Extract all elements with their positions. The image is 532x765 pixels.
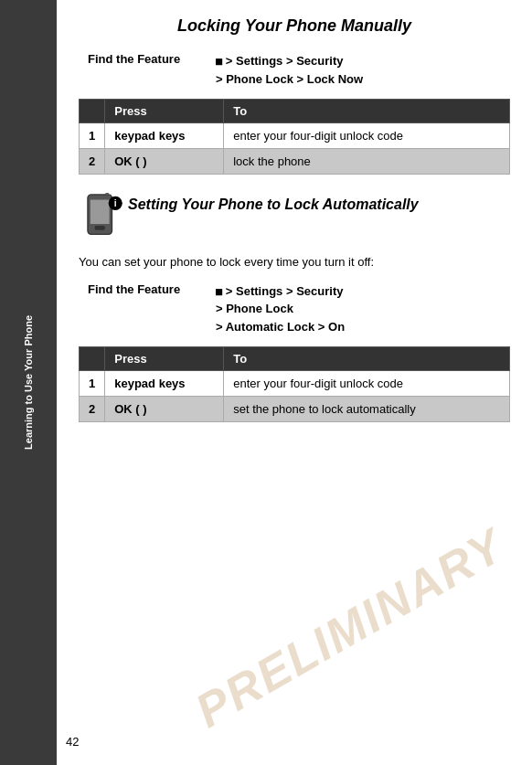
find-feature-path-2: ■ > Settings > Security > Phone Lock > A… xyxy=(216,282,345,336)
to-item: set the phone to lock automatically xyxy=(224,397,510,422)
press-item: OK ( ) xyxy=(105,397,224,422)
svg-text:i: i xyxy=(114,198,117,208)
press-table-1: Press To 1 keypad keys enter your four-d… xyxy=(79,99,510,175)
sidebar-label: Learning to Use Your Phone xyxy=(22,315,35,450)
table-row: 2 OK ( ) lock the phone xyxy=(80,149,510,175)
table-row: 2 OK ( ) set the phone to lock automatic… xyxy=(80,397,510,422)
phone-info-icon: i xyxy=(83,193,123,240)
info-heading: Setting Your Phone to Lock Automatically xyxy=(128,189,419,215)
table1-header-to: To xyxy=(224,100,510,123)
info-icon-wrap: i xyxy=(79,189,128,244)
watermark: PRELIMINARY xyxy=(186,517,513,738)
find-feature-label-2: Find the Feature xyxy=(88,282,216,296)
page-number: 42 xyxy=(66,735,79,749)
find-feature-block-1: Find the Feature ■ > Settings > Security… xyxy=(88,52,510,88)
to-item: enter your four-digit unlock code xyxy=(224,123,510,149)
row-num: 2 xyxy=(80,397,105,422)
page-title: Locking Your Phone Manually xyxy=(79,16,510,36)
section2-para: You can set your phone to lock every tim… xyxy=(79,253,510,271)
table2-header-press2: Press xyxy=(105,347,224,371)
find-feature-path-1: ■ > Settings > Security > Phone Lock > L… xyxy=(216,52,363,88)
svg-rect-1 xyxy=(90,200,110,224)
table-row: 1 keypad keys enter your four-digit unlo… xyxy=(80,371,510,397)
row-num: 1 xyxy=(80,123,105,149)
press-table-2: Press To 1 keypad keys enter your four-d… xyxy=(79,346,510,422)
to-item: lock the phone xyxy=(224,149,510,175)
table1-header-press2: Press xyxy=(105,100,224,123)
to-item: enter your four-digit unlock code xyxy=(224,371,510,397)
svg-rect-2 xyxy=(95,226,105,230)
row-num: 2 xyxy=(80,149,105,175)
press-item: keypad keys xyxy=(105,371,224,397)
info-box: i Setting Your Phone to Lock Automatical… xyxy=(79,189,510,244)
table-row: 1 keypad keys enter your four-digit unlo… xyxy=(80,123,510,149)
press-item: keypad keys xyxy=(105,123,224,149)
press-item: OK ( ) xyxy=(105,149,224,175)
find-feature-block-2: Find the Feature ■ > Settings > Security… xyxy=(88,282,510,336)
menu-icon-1: ■ xyxy=(216,55,222,68)
sidebar: Learning to Use Your Phone xyxy=(0,0,57,765)
table2-header-press xyxy=(80,347,105,371)
find-feature-label-1: Find the Feature xyxy=(88,52,216,66)
table1-header-press xyxy=(80,100,105,123)
main-content: Locking Your Phone Manually Find the Fea… xyxy=(57,0,532,765)
table2-header-to: To xyxy=(224,347,510,371)
row-num: 1 xyxy=(80,371,105,397)
menu-icon-2: ■ xyxy=(216,285,222,298)
